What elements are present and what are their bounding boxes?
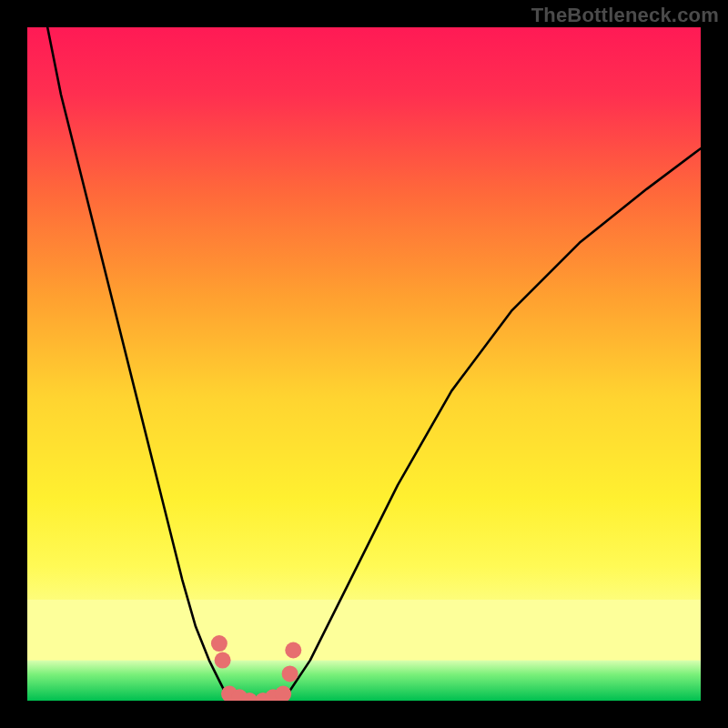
marker-point (282, 665, 298, 682)
marker-point (215, 652, 231, 669)
green-band (27, 661, 701, 701)
marker-point (285, 642, 301, 659)
marker-point (211, 635, 228, 652)
watermark-text: TheBottleneck.com (531, 4, 719, 27)
plot-area (27, 27, 701, 701)
chart-svg (27, 27, 701, 701)
pale-yellow-band (27, 600, 701, 661)
chart-frame: TheBottleneck.com (0, 0, 728, 728)
